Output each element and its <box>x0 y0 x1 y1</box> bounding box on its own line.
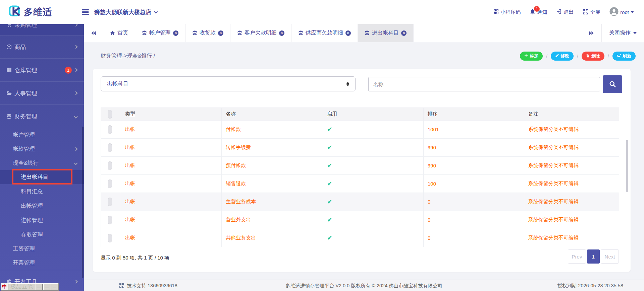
table-row[interactable]: 出帐 营业外支出 ✔ 0 系统保留分类不可编辑 <box>101 211 619 229</box>
table-row[interactable]: 出帐 主营业务成本 ✔ 0 系统保留分类不可编辑 <box>101 193 619 211</box>
cell-name: 预付帐款 <box>222 157 323 175</box>
row-checkbox[interactable] <box>108 234 112 242</box>
plus-icon <box>524 54 528 59</box>
separator: / <box>577 53 578 59</box>
add-label: 添加 <box>530 53 538 59</box>
name-search-input[interactable] <box>368 77 600 91</box>
table-row[interactable]: 出帐 其他业务支出 ✔ 0 系统保留分类不可编辑 <box>101 229 619 247</box>
notifications-button[interactable]: 通知 1 <box>530 9 547 15</box>
ime-tool-button[interactable] <box>43 284 50 290</box>
next-page-button[interactable]: Next <box>601 249 619 264</box>
miniprogram-button[interactable]: 小程序码 <box>493 9 521 15</box>
cell-remark: 系统保留分类不可编辑 <box>524 121 619 139</box>
tabs-scroll-left-button[interactable] <box>84 24 103 42</box>
close-icon[interactable]: ✕ <box>345 30 351 36</box>
row-checkbox[interactable] <box>108 125 112 134</box>
refresh-button[interactable]: 刷新 <box>612 52 636 61</box>
cell-sort: 990 <box>424 139 524 157</box>
caret-down-icon <box>631 11 634 13</box>
row-checkbox[interactable] <box>108 216 112 224</box>
prev-page-button[interactable]: Prev <box>568 249 586 264</box>
ime-mode-button[interactable]: 中 <box>1 283 8 290</box>
app-logo[interactable]: 多维适 <box>9 5 76 19</box>
cell-sort: 0 <box>424 211 524 229</box>
sidebar-item-purchase[interactable]: 采购管理 <box>0 24 84 34</box>
cell-sort: 990 <box>424 157 524 175</box>
enabled-check-icon: ✔ <box>327 198 332 205</box>
cell-remark: 系统保留分类不可编辑 <box>524 229 619 247</box>
table-row[interactable]: 出帐 付帐款 ✔ 1001 系统保留分类不可编辑 <box>101 121 619 139</box>
sidebar-item-subject-summary[interactable]: 科目汇总 <box>0 184 84 199</box>
tab-receipts[interactable]: 收货款 ✕ <box>185 24 230 42</box>
menu-toggle-icon[interactable] <box>82 8 89 16</box>
qr-code-icon <box>493 9 499 15</box>
row-checkbox[interactable] <box>108 143 112 152</box>
table-row[interactable]: 出帐 转帐手续费 ✔ 990 系统保留分类不可编辑 <box>101 139 619 157</box>
select-all-checkbox[interactable] <box>108 110 112 119</box>
close-icon[interactable]: ✕ <box>279 30 284 36</box>
trash-icon <box>586 54 590 59</box>
table-row[interactable]: 出帐 预付帐款 ✔ 990 系统保留分类不可编辑 <box>101 157 619 175</box>
close-icon[interactable]: ✕ <box>401 30 407 36</box>
column-header-name: 名称 <box>222 108 323 121</box>
enabled-check-icon: ✔ <box>327 180 332 187</box>
license-expiry-text: 授权到期 2026-05-28 20:35:58 <box>557 280 623 291</box>
row-checkbox[interactable] <box>108 179 112 188</box>
user-menu[interactable]: root <box>609 7 634 17</box>
ime-toolbar[interactable]: 中 极品五笔 <box>1 283 59 291</box>
edit-button[interactable]: 修改 <box>551 52 574 61</box>
tab-home[interactable]: 首页 <box>103 24 135 42</box>
tabs-scroll-right-button[interactable] <box>581 24 602 42</box>
sidebar-item-bills-mgmt[interactable]: 帐款管理 <box>0 142 84 156</box>
sidebar-item-outgoing-mgmt[interactable]: 出帐管理 <box>0 199 84 213</box>
delete-button[interactable]: 删除 <box>582 52 604 61</box>
table-scrollbar[interactable] <box>626 140 628 192</box>
sidebar-item-subjects-active[interactable]: 进出帐科目 <box>0 170 84 184</box>
column-header-sort: 排序 <box>424 108 524 121</box>
folder-icon <box>6 90 12 96</box>
ime-tool-button[interactable] <box>51 284 58 290</box>
enabled-check-icon: ✔ <box>327 234 332 241</box>
refresh-label: 刷新 <box>623 53 631 59</box>
search-button[interactable] <box>603 75 622 93</box>
close-icon[interactable]: ✕ <box>173 30 178 36</box>
ime-tool-button[interactable] <box>36 284 43 290</box>
fullscreen-button[interactable]: 全屏 <box>583 9 600 15</box>
warehouse-badge: 1 <box>65 67 72 74</box>
close-icon[interactable]: ✕ <box>218 30 223 36</box>
sidebar-item-hr[interactable]: 人事管理 <box>0 82 84 105</box>
sidebar-item-deposit-mgmt[interactable]: 存取管理 <box>0 227 84 242</box>
sidebar-item-warehouse[interactable]: 仓库管理 1 <box>0 59 84 82</box>
search-icon <box>609 81 616 88</box>
sidebar-item-incoming-mgmt[interactable]: 进帐管理 <box>0 213 84 227</box>
sidebar-scrollbar[interactable] <box>82 127 84 278</box>
cell-sort: 1001 <box>424 121 524 139</box>
store-selector[interactable]: 狮慧大沥联新大楼总店 <box>94 8 157 16</box>
table-row[interactable]: 出帐 销售退款 ✔ 100 系统保留分类不可编辑 <box>101 175 619 193</box>
sidebar-item-account-mgmt[interactable]: 帐户管理 <box>0 128 84 142</box>
add-button[interactable]: 添加 <box>520 52 543 61</box>
cell-sort: 0 <box>424 193 524 211</box>
row-checkbox[interactable] <box>108 161 112 170</box>
logout-button[interactable]: 退出 <box>556 9 574 15</box>
sidebar-item-invoice-mgmt[interactable]: 开票管理 <box>0 256 84 270</box>
main-content: 财务管理->现金&银行 / 添加 / 修改 / 删除 / 刷新 <box>84 42 644 280</box>
sidebar-item-cash-bank[interactable]: 现金&银行 <box>0 156 84 170</box>
sidebar-item-goods[interactable]: 商品 <box>0 35 84 59</box>
enabled-check-icon: ✔ <box>327 126 332 133</box>
close-operations-dropdown[interactable]: 关闭操作 <box>602 24 644 42</box>
row-checkbox[interactable] <box>108 198 112 206</box>
cell-type: 出帐 <box>121 193 222 211</box>
refresh-icon <box>617 54 621 59</box>
tab-supplier-debts[interactable]: 供应商欠款明细 ✕ <box>291 24 358 42</box>
double-chevron-left-icon <box>91 31 96 35</box>
tab-customer-debts[interactable]: 客户欠款明细 ✕ <box>230 24 291 42</box>
sidebar-subitem-label: 科目汇总 <box>21 188 43 195</box>
tab-account-mgmt[interactable]: 帐户管理 ✕ <box>135 24 185 42</box>
tab-subjects-active[interactable]: 进出帐科目 ✕ <box>358 24 414 42</box>
sidebar-item-salary-mgmt[interactable]: 工资管理 <box>0 242 84 256</box>
sidebar-item-finance[interactable]: 财务管理 <box>0 105 84 128</box>
cell-name: 营业外支出 <box>222 211 323 229</box>
type-select[interactable]: 出帐科目 <box>101 76 356 91</box>
page-1-button[interactable]: 1 <box>587 249 600 264</box>
